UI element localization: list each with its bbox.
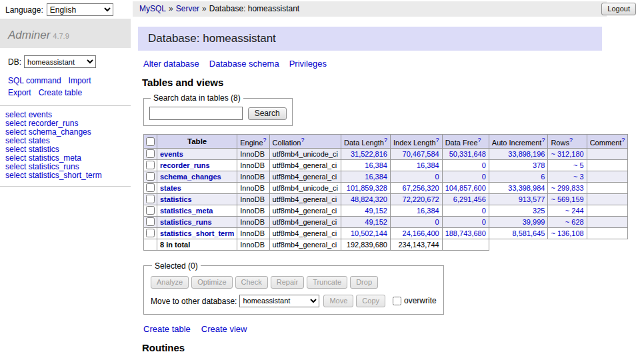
auto-increment-link[interactable]: 913,577: [519, 195, 545, 203]
bulk-action-button[interactable]: Repair: [271, 276, 304, 289]
row-checkbox[interactable]: [146, 183, 155, 192]
search-input[interactable]: [149, 107, 243, 120]
data-length-link[interactable]: 16,384: [365, 161, 387, 169]
help-link[interactable]: ?: [301, 137, 304, 143]
data-length-link[interactable]: 16,384: [365, 173, 387, 181]
table-link[interactable]: statistics: [160, 195, 192, 203]
logout-button[interactable]: Logout: [601, 3, 636, 15]
index-length-link[interactable]: 72,220,672: [403, 195, 439, 203]
col-header-table: Table: [157, 135, 237, 149]
data-length-link[interactable]: 49,152: [365, 218, 387, 226]
index-length-link[interactable]: 16,384: [417, 207, 439, 215]
row-checkbox[interactable]: [146, 206, 155, 215]
move-button[interactable]: Move: [323, 295, 353, 307]
index-length-link[interactable]: 0: [435, 173, 439, 181]
data-length-link[interactable]: 10,502,144: [351, 229, 387, 237]
data-free-link[interactable]: 0: [482, 218, 486, 226]
copy-button[interactable]: Copy: [356, 295, 385, 307]
sidebar-action-link[interactable]: SQL command: [8, 76, 61, 85]
bulk-action-button[interactable]: Analyze: [151, 276, 189, 289]
data-free-link[interactable]: 104,857,600: [445, 184, 486, 192]
data-length-link[interactable]: 48,824,320: [351, 195, 387, 203]
breadcrumb-link-mysql[interactable]: MySQL: [139, 4, 166, 13]
row-checkbox[interactable]: [146, 195, 155, 203]
data-free-link[interactable]: 6,291,456: [453, 195, 486, 203]
row-checkbox[interactable]: [146, 172, 155, 181]
table-name-cell: recorder_runs: [157, 159, 237, 171]
data-length-link[interactable]: 49,152: [365, 207, 387, 215]
rows-link[interactable]: ~ 569,159: [551, 195, 583, 203]
table-link[interactable]: statistics_runs: [160, 218, 212, 226]
sidebar-action-link[interactable]: Create table: [39, 88, 82, 97]
index-length-link[interactable]: 70,467,584: [403, 150, 439, 158]
data-length-link[interactable]: 101,859,328: [347, 184, 387, 192]
data-free-link[interactable]: 0: [482, 207, 486, 215]
overwrite-checkbox[interactable]: [393, 297, 401, 305]
search-legend: Search data in tables (8): [151, 93, 243, 103]
rows-link[interactable]: ~ 299,833: [551, 184, 583, 192]
rows-cell: ~ 312,180: [548, 148, 587, 159]
row-checkbox[interactable]: [146, 229, 155, 237]
auto-increment-link[interactable]: 33,398,984: [508, 184, 545, 192]
db-select[interactable]: homeassistant: [24, 55, 96, 68]
breadcrumb-link-server[interactable]: Server: [176, 4, 199, 13]
rows-link[interactable]: ~ 244: [565, 207, 584, 215]
db-action-link[interactable]: Database schema: [209, 59, 279, 69]
language-select[interactable]: English: [47, 3, 113, 16]
bulk-action-button[interactable]: Truncate: [307, 276, 347, 289]
search-button[interactable]: Search: [248, 107, 287, 120]
auto-increment-link[interactable]: 39,999: [523, 218, 545, 226]
help-link[interactable]: ?: [478, 137, 481, 143]
data-free-link[interactable]: 0: [482, 173, 486, 181]
help-link[interactable]: ?: [436, 137, 439, 143]
row-checkbox[interactable]: [146, 161, 155, 169]
auto-increment-link[interactable]: 378: [533, 161, 545, 169]
data-free-link[interactable]: 50,331,648: [449, 150, 486, 158]
table-link[interactable]: events: [160, 150, 183, 158]
bulk-action-button[interactable]: Optimize: [191, 276, 232, 289]
data-length-link[interactable]: 31,522,816: [351, 150, 387, 158]
sidebar-action-link[interactable]: Export: [8, 88, 31, 97]
breadcrumb: MySQL»Server»Database: homeassistant: [133, 1, 607, 17]
bulk-action-button[interactable]: Check: [235, 276, 268, 289]
help-link[interactable]: ?: [569, 137, 573, 143]
move-db-select[interactable]: homeassistant: [239, 295, 319, 307]
auto-increment-link[interactable]: 33,898,196: [508, 150, 545, 158]
db-action-link[interactable]: Privileges: [289, 59, 327, 69]
table-link[interactable]: statistics_short_term: [160, 229, 234, 237]
index-length-link[interactable]: 16,384: [417, 161, 439, 169]
table-link[interactable]: recorder_runs: [160, 161, 210, 169]
row-checkbox[interactable]: [146, 217, 155, 226]
sidebar-item-table[interactable]: select statistics_short_term: [5, 171, 125, 180]
help-link[interactable]: ?: [621, 137, 625, 143]
auto-increment-link[interactable]: 325: [533, 207, 545, 215]
help-link[interactable]: ?: [384, 137, 387, 143]
data-free-link[interactable]: 188,743,680: [445, 229, 486, 237]
table-link[interactable]: states: [160, 184, 181, 192]
rows-link[interactable]: ~ 628: [565, 218, 584, 226]
select-all-checkbox[interactable]: [146, 137, 155, 146]
sidebar-action-link[interactable]: Import: [69, 76, 91, 85]
index-length-link[interactable]: 67,256,320: [403, 184, 439, 192]
data-free-link[interactable]: 0: [482, 161, 486, 169]
table-link[interactable]: statistics_meta: [160, 207, 213, 215]
db-action-link[interactable]: Alter database: [143, 59, 199, 69]
help-link[interactable]: ?: [541, 137, 545, 143]
app-name[interactable]: Adminer: [8, 29, 50, 41]
rows-link[interactable]: ~ 5: [573, 161, 584, 169]
help-link[interactable]: ?: [263, 137, 267, 143]
create-link[interactable]: Create view: [201, 324, 247, 334]
index-length-link[interactable]: 0: [435, 218, 439, 226]
rows-link[interactable]: ~ 136,108: [551, 229, 583, 237]
create-link[interactable]: Create table: [143, 324, 191, 334]
rows-link[interactable]: ~ 3: [573, 173, 584, 181]
row-checkbox[interactable]: [146, 149, 155, 158]
engine-cell: InnoDB: [237, 171, 269, 182]
auto-increment-link[interactable]: 6: [541, 173, 545, 181]
index-length-link[interactable]: 24,166,400: [403, 229, 439, 237]
bulk-action-button[interactable]: Drop: [350, 276, 378, 289]
table-link[interactable]: schema_changes: [160, 173, 221, 181]
overwrite-option[interactable]: overwrite: [392, 296, 437, 305]
rows-link[interactable]: ~ 312,180: [551, 150, 583, 158]
auto-increment-link[interactable]: 8,581,645: [512, 229, 545, 237]
